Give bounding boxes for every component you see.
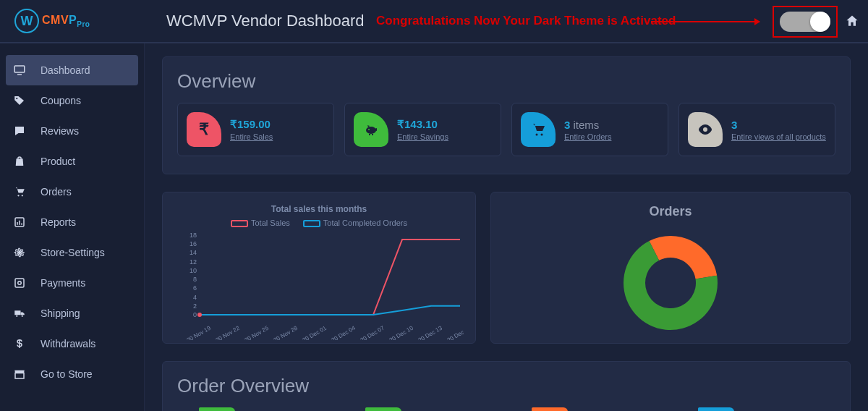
svg-point-15 xyxy=(368,129,370,130)
dollar-icon xyxy=(13,337,27,350)
card-value: ₹159.00 xyxy=(230,118,273,131)
sidebar-item-label: Store-Settings xyxy=(41,247,105,258)
topbar: W CMVPPro WCMVP Vendor Dashboard Congrat… xyxy=(0,0,868,43)
monitor-icon xyxy=(13,64,27,77)
sidebar-item-label: Orders xyxy=(41,186,72,198)
svg-point-4 xyxy=(22,195,23,196)
sidebar-item-reviews[interactable]: Reviews xyxy=(0,116,144,146)
card-icon xyxy=(521,112,556,147)
card-value: 3 items xyxy=(564,119,611,131)
card-link[interactable]: Entire views of all products xyxy=(731,132,826,141)
theme-activated-message: Congratulations Now Your Dark Theme is A… xyxy=(376,14,676,28)
sales-line-chart: 02468101214161820 Nov 1920 Nov 2220 Nov … xyxy=(174,232,464,340)
svg-text:20 Nov 28: 20 Nov 28 xyxy=(273,325,299,340)
sidebar-item-label: Reports xyxy=(41,216,76,228)
sidebar-item-shipping[interactable]: Shipping xyxy=(0,298,144,329)
svg-text:20 Dec 04: 20 Dec 04 xyxy=(331,325,357,340)
card-value: 3 xyxy=(731,119,826,131)
sidebar-item-orders[interactable]: Orders xyxy=(0,177,144,207)
card-link[interactable]: Entire Orders xyxy=(564,132,611,141)
svg-point-39 xyxy=(197,313,202,317)
svg-text:20 Dec 07: 20 Dec 07 xyxy=(359,325,386,340)
overview-cards: ₹₹159.00Entire Sales₹143.10Entire Saving… xyxy=(177,103,835,156)
sidebar-item-label: Withdrawals xyxy=(41,338,95,349)
orders-chart-title: Orders xyxy=(649,204,692,219)
sales-chart-legend: Total Sales Total Completed Orders xyxy=(174,219,464,227)
svg-text:20 Nov 22: 20 Nov 22 xyxy=(215,325,242,340)
sidebar: DashboardCouponsReviewsProductOrdersRepo… xyxy=(0,43,145,411)
svg-text:20 Nov 25: 20 Nov 25 xyxy=(244,325,271,340)
svg-text:16: 16 xyxy=(190,240,197,247)
overview-card-3: 3Entire views of all products xyxy=(678,103,835,156)
sidebar-item-label: Dashboard xyxy=(41,64,90,76)
svg-text:20 Nov 19: 20 Nov 19 xyxy=(186,325,213,340)
svg-text:20 Dec 16: 20 Dec 16 xyxy=(446,325,464,340)
sidebar-item-dashboard[interactable]: Dashboard xyxy=(6,55,138,85)
svg-text:12: 12 xyxy=(190,258,197,266)
order-overview-title: Order Overview xyxy=(177,375,835,397)
svg-text:0: 0 xyxy=(193,311,197,318)
overview-title: Overview xyxy=(177,70,835,93)
card-link[interactable]: Entire Sales xyxy=(230,132,273,141)
card-icon xyxy=(688,112,723,147)
cart-icon xyxy=(13,185,27,198)
card-icon xyxy=(354,112,388,147)
svg-text:20 Dec 10: 20 Dec 10 xyxy=(388,325,415,340)
page-title: WCMVP Vendor Dashboard xyxy=(166,12,365,30)
svg-point-2 xyxy=(16,98,17,99)
sidebar-item-withdrawals[interactable]: Withdrawals xyxy=(0,329,144,359)
sidebar-item-coupons[interactable]: Coupons xyxy=(0,85,144,116)
overview-card-0: ₹₹159.00Entire Sales xyxy=(177,103,334,156)
sidebar-item-store-settings[interactable]: Store-Settings xyxy=(0,237,144,268)
card-value: ₹143.10 xyxy=(397,118,448,131)
svg-rect-7 xyxy=(19,221,20,225)
svg-text:8: 8 xyxy=(193,276,197,283)
svg-point-14 xyxy=(366,127,376,134)
svg-point-12 xyxy=(16,315,17,317)
sidebar-item-reports[interactable]: Reports xyxy=(0,207,144,237)
sales-chart: Total sales this months Total Sales Tota… xyxy=(162,192,476,344)
order-overview-panel: Order Overview xyxy=(162,361,851,411)
svg-text:20 Dec 13: 20 Dec 13 xyxy=(417,325,444,340)
logo[interactable]: W CMVPPro xyxy=(14,9,145,33)
sidebar-item-product[interactable]: Product xyxy=(0,146,144,177)
overview-card-2: 3 itemsEntire Orders xyxy=(511,103,668,156)
bag-icon xyxy=(13,155,27,168)
sales-chart-title: Total sales this months xyxy=(174,204,464,214)
bars-icon xyxy=(13,216,27,229)
theme-toggle-highlight xyxy=(773,6,838,38)
sidebar-item-label: Coupons xyxy=(41,95,81,106)
svg-point-13 xyxy=(22,315,23,317)
store-icon xyxy=(13,368,27,381)
svg-point-17 xyxy=(541,134,543,136)
theme-toggle[interactable] xyxy=(780,12,830,32)
svg-point-3 xyxy=(17,195,19,196)
chat-icon xyxy=(13,124,27,137)
svg-text:18: 18 xyxy=(190,232,197,239)
annotation-arrow xyxy=(651,21,760,22)
svg-point-18 xyxy=(703,127,707,132)
sidebar-item-label: Go to Store xyxy=(41,368,93,380)
svg-rect-8 xyxy=(21,224,22,225)
truck-icon xyxy=(13,307,27,320)
sidebar-item-go-to-store[interactable]: Go to Store xyxy=(0,359,144,389)
sidebar-item-label: Payments xyxy=(41,277,85,289)
theme-toggle-knob xyxy=(810,12,830,32)
sidebar-item-payments[interactable]: Payments xyxy=(0,268,144,298)
overview-panel: Overview ₹₹159.00Entire Sales₹143.10Enti… xyxy=(162,56,851,174)
wallet-icon xyxy=(13,276,27,289)
svg-text:20 Dec 01: 20 Dec 01 xyxy=(302,325,328,340)
card-link[interactable]: Entire Savings xyxy=(397,132,448,141)
svg-text:4: 4 xyxy=(193,294,197,301)
sidebar-item-label: Product xyxy=(41,156,75,167)
home-icon[interactable] xyxy=(845,14,859,28)
gear-icon xyxy=(13,246,27,259)
svg-point-9 xyxy=(18,251,22,255)
orders-donut-chart xyxy=(613,225,728,331)
svg-text:14: 14 xyxy=(190,250,197,257)
orders-chart: Orders xyxy=(490,192,851,344)
sidebar-item-label: Reviews xyxy=(41,125,79,137)
svg-rect-0 xyxy=(14,66,25,72)
charts-row: Total sales this months Total Sales Tota… xyxy=(162,192,851,344)
svg-point-11 xyxy=(18,281,22,285)
